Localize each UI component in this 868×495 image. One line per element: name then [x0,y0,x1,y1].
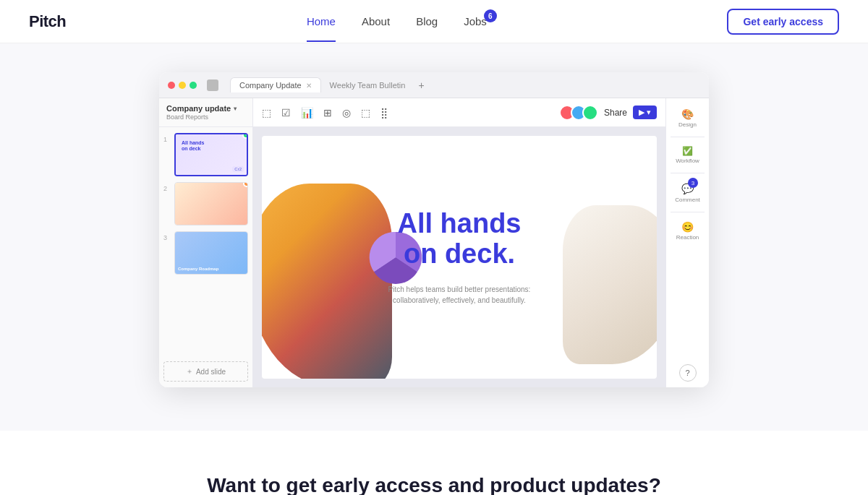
slide-thumb-3[interactable]: Company Roadmap [174,231,248,275]
slide-canvas: All hands on deck. Pitch helps teams bui… [253,127,665,387]
dot-close[interactable] [168,82,175,89]
play-icon: ▶ [639,108,644,117]
avatar-3 [582,105,598,121]
play-button[interactable]: ▶ ▾ [633,106,657,119]
header: Pitch Home About Blog Jobs 6 Get early a… [0,0,868,43]
tab-company-update[interactable]: Company Update ✕ [230,77,321,92]
hero-section: Company Update ✕ Weekly Team Bulletin + … [0,43,868,431]
app-toolbar: ⬚ ☑ 📊 ⊞ ◎ ⬚ ⣿ Share [253,98,665,127]
app-main: ⬚ ☑ 📊 ⊞ ◎ ⬚ ⣿ Share [253,98,665,387]
slide-1-text: All handson deck [182,140,205,152]
toolbar-icons: ⬚ ☑ 📊 ⊞ ◎ ⬚ ⣿ [262,107,388,119]
workflow-label: Workflow [676,158,699,164]
slide-1-badge: Cr2 [232,166,244,172]
slide-1-status-dot [242,133,248,139]
slide-2-bg [175,183,247,225]
slide-thumb-1[interactable]: All handson deck Cr2 [174,133,248,176]
slide-3-text: Company Roadmap [178,267,218,271]
avatar-group [559,105,598,121]
browser-bar: Company Update ✕ Weekly Team Bulletin + [159,72,709,98]
plus-icon: ＋ [186,366,193,376]
dot-fullscreen[interactable] [190,82,197,89]
toolbar-icon-frame[interactable]: ⬚ [262,107,271,119]
rs-divider-2 [671,173,705,173]
hand-right [563,205,657,364]
tab-close-icon[interactable]: ✕ [306,82,312,90]
slide-1-bg: All handson deck Cr2 [176,134,247,175]
tab-add-button[interactable]: + [414,79,428,91]
sidebar-title: Company update ▾ [166,104,245,113]
workflow-check-icon: ✅ [682,146,693,156]
tab-weekly-bulletin[interactable]: Weekly Team Bulletin [321,78,414,92]
share-button[interactable]: Share [604,108,627,118]
slide-item-2[interactable]: 2 [163,182,248,225]
cta-title: Want to get early access and product upd… [207,474,661,495]
toolbar-icon-grid[interactable]: ⣿ [380,107,388,119]
slide-item-3[interactable]: 3 Company Roadmap [163,231,248,275]
slide-content: All hands on deck. Pitch helps teams bui… [262,136,657,379]
toolbar-icon-table[interactable]: ⊞ [323,107,332,119]
slide-headline: All hands on deck. [397,209,521,270]
browser-dots [168,82,197,89]
jobs-badge: 6 [484,9,497,22]
slide-num-2: 2 [163,185,171,192]
nav-home[interactable]: Home [307,15,336,27]
browser-tabs: Company Update ✕ Weekly Team Bulletin + [230,77,700,92]
chevron-down-icon: ▾ [234,106,237,112]
slide-num-1: 1 [163,136,171,143]
comment-label: Comment [675,197,700,203]
slide-list: 1 All handson deck Cr2 2 [159,127,252,358]
nav-jobs[interactable]: Jobs 6 [464,15,487,27]
rs-divider-1 [671,137,705,137]
dot-minimize[interactable] [179,82,186,89]
rs-item-reaction[interactable]: 😊 Reaction [666,217,709,245]
slide-3-bg: Company Roadmap [175,232,247,274]
slide-2-status-dot [243,182,248,187]
play-chevron: ▾ [647,108,651,117]
app-inner: Company update ▾ Board Reports 1 All han… [159,98,709,387]
rs-item-workflow[interactable]: ✅ Workflow [666,142,709,168]
logo: Pitch [29,12,66,31]
design-icon: 🎨 [681,108,694,120]
browser-home-icon [207,79,218,91]
rs-divider-3 [671,212,705,212]
reaction-icon: 😊 [681,221,694,233]
slide-subtext: Pitch helps teams build better presentat… [387,284,532,306]
slide-thumb-2[interactable] [174,182,248,225]
help-button[interactable]: ? [679,364,697,382]
add-slide-button[interactable]: ＋ Add slide [163,361,248,382]
app-mockup: Company Update ✕ Weekly Team Bulletin + … [159,72,709,387]
cta-section: Want to get early access and product upd… [0,431,868,495]
toolbar-icon-chart[interactable]: 📊 [301,107,313,119]
nav-blog[interactable]: Blog [416,15,438,27]
toolbar-right: Share ▶ ▾ [559,105,657,121]
design-label: Design [678,121,697,128]
reaction-label: Reaction [676,234,699,241]
toolbar-icon-check[interactable]: ☑ [281,107,291,119]
early-access-button[interactable]: Get early access [727,9,839,35]
sidebar-subtitle: Board Reports [166,113,245,121]
toolbar-icon-more[interactable]: ⬚ [361,107,370,119]
comment-badge: 3 [688,178,698,188]
nav-about[interactable]: About [362,15,390,27]
rs-item-comment[interactable]: 💬 3 Comment [666,178,709,207]
app-sidebar: Company update ▾ Board Reports 1 All han… [159,98,253,387]
main-nav: Home About Blog Jobs 6 [307,15,487,27]
right-sidebar: 🎨 Design ✅ Workflow 💬 3 Comment [665,98,709,387]
sidebar-header: Company update ▾ Board Reports [159,98,252,127]
slide-num-3: 3 [163,234,171,241]
toolbar-icon-shape[interactable]: ◎ [342,107,351,119]
rs-item-design[interactable]: 🎨 Design [666,104,709,132]
slide-item-1[interactable]: 1 All handson deck Cr2 [163,133,248,176]
